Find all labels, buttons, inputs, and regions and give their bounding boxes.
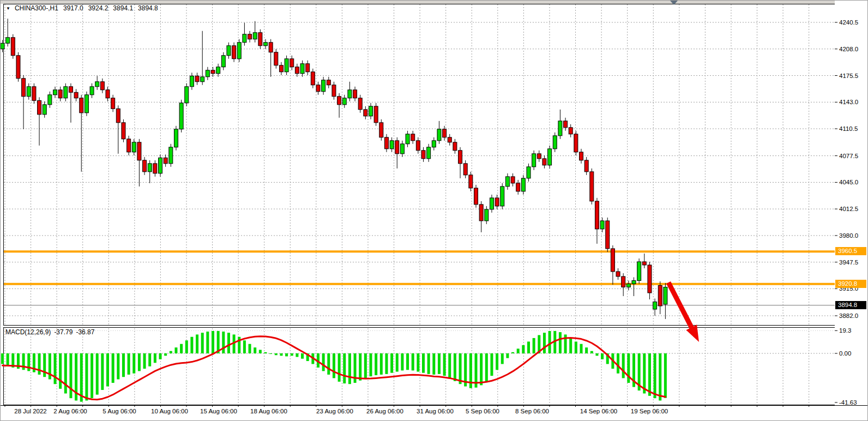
- ohlc-close: 3894.8: [138, 4, 158, 12]
- chart-window: ▼ CHINA300-,H1 3917.0 3924.2 3894.1 3894…: [0, 0, 868, 421]
- symbol-dropdown-icon[interactable]: ▼: [6, 6, 10, 11]
- price-axis-label: 4143.0: [839, 98, 858, 106]
- macd-signal-value: -36.87: [76, 328, 94, 336]
- ohlc-high: 3924.2: [88, 4, 108, 12]
- price-axis-label: 4045.0: [839, 178, 858, 186]
- ohlc-open: 3917.0: [63, 4, 83, 12]
- time-axis-label: 19 Sep 06:00: [631, 408, 668, 414]
- price-axis-label: 4240.5: [839, 19, 858, 26]
- time-axis-label: 23 Aug 06:00: [316, 408, 353, 414]
- macd-axis-label: -41.63: [839, 399, 857, 406]
- time-axis-label: 18 Aug 06:00: [250, 408, 287, 414]
- time-axis-label: 14 Sep 06:00: [580, 408, 617, 414]
- price-axis-label: 4175.5: [839, 72, 858, 80]
- main-chart-area[interactable]: [3, 4, 835, 326]
- time-axis-label: 10 Aug 06:00: [151, 408, 188, 414]
- time-axis-label: 15 Aug 06:00: [200, 408, 237, 414]
- scroll-position-marker-icon[interactable]: [670, 1, 678, 5]
- time-axis-label: 26 Aug 06:00: [366, 408, 403, 414]
- macd-axis-label: 19.3: [839, 327, 851, 334]
- macd-value: -37.79: [54, 328, 73, 336]
- time-axis-label: 28 Jul 2022: [14, 408, 46, 414]
- price-axis-label: 4077.5: [839, 152, 858, 160]
- resistance-price-badge: 3960.5: [835, 247, 866, 255]
- time-axis-label: 8 Sep 06:00: [515, 408, 549, 414]
- price-axis-label: 3882.0: [839, 312, 858, 320]
- current-price-badge: 3894.8: [835, 301, 866, 309]
- time-axis-label: 5 Sep 06:00: [466, 408, 499, 414]
- support-price-badge: 3920.8: [835, 280, 866, 288]
- time-axis-label: 31 Aug 06:00: [417, 408, 454, 414]
- macd-axis-label: 0.00: [839, 350, 851, 357]
- chart-header: ▼ CHINA300-,H1 3917.0 3924.2 3894.1 3894…: [6, 4, 158, 12]
- macd-header: MACD(12,26,9) -37.79 -36.87: [5, 328, 94, 336]
- time-axis-label: 2 Aug 06:00: [53, 408, 87, 414]
- price-axis-label: 4208.0: [839, 45, 858, 53]
- macd-indicator-area[interactable]: [3, 327, 835, 405]
- ohlc-low: 3894.1: [113, 4, 133, 12]
- symbol-timeframe-label: CHINA300-,H1: [15, 4, 58, 12]
- price-axis-label: 3947.5: [839, 258, 858, 266]
- price-axis-label: 4012.5: [839, 205, 858, 213]
- time-axis-label: 5 Aug 06:00: [103, 408, 136, 414]
- price-axis-label: 3980.0: [839, 232, 858, 239]
- price-axis-label: 4110.5: [839, 125, 858, 133]
- macd-label: MACD(12,26,9): [5, 328, 51, 336]
